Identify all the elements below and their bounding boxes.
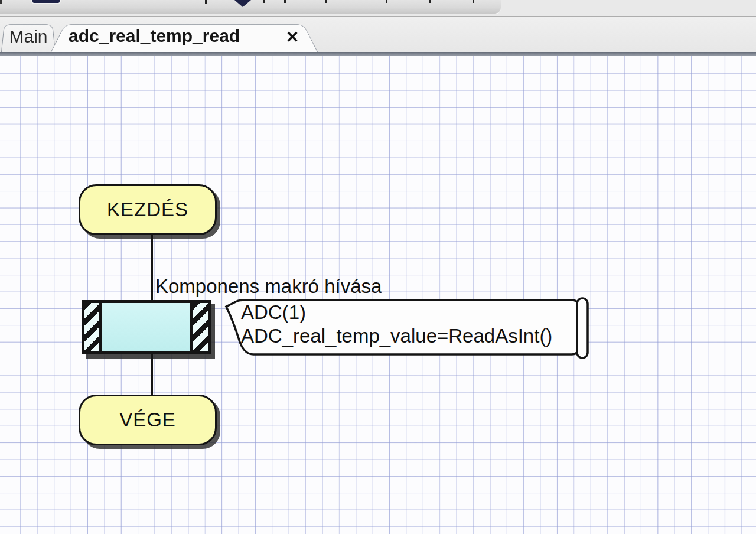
tab-adc-real-temp-read[interactable]: adc_real_temp_read ✕ xyxy=(51,21,318,52)
connector-line xyxy=(151,353,153,396)
toolbar-icon-fragment xyxy=(263,0,265,3)
end-block[interactable]: VÉGE xyxy=(79,395,217,445)
macro-hatch-right xyxy=(193,303,208,351)
document-tab-bar: Main adc_real_temp_read ✕ xyxy=(0,17,756,52)
tab-label: Main xyxy=(1,21,56,52)
flowchart-canvas[interactable]: KEZDÉS Komponens makró hívása ADC(1) ADC… xyxy=(0,56,756,534)
close-icon[interactable]: ✕ xyxy=(282,27,302,47)
toolbar-icon-fragment xyxy=(386,0,387,3)
tab-label: adc_real_temp_read xyxy=(51,21,318,51)
toolbar-icon-fragment xyxy=(284,0,286,3)
arrow-icon xyxy=(234,0,251,7)
callout-macro-expression: ADC_real_temp_value=ReadAsInt() xyxy=(241,325,552,347)
toolbar-icon-fragment xyxy=(325,0,327,3)
start-block-label: KEZDÉS xyxy=(107,198,188,221)
callout-macro-name: ADC(1) xyxy=(241,302,306,323)
toolbar-icon-fragment xyxy=(205,0,207,4)
toolbar-icon-fragment xyxy=(472,0,474,3)
macro-hatch-left xyxy=(84,303,99,351)
toolbar-icon-fragment xyxy=(0,0,2,4)
toolbar xyxy=(0,0,756,17)
toolbar-icon-fragment xyxy=(429,0,431,3)
toolbar-icon-fragment xyxy=(32,0,60,3)
component-macro-block[interactable] xyxy=(82,300,211,354)
end-block-label: VÉGE xyxy=(119,409,176,431)
callout-scroll-handle xyxy=(577,298,588,358)
start-block[interactable]: KEZDÉS xyxy=(79,184,217,235)
macro-body xyxy=(102,303,190,351)
tab-main[interactable]: Main xyxy=(1,21,56,52)
connector-line xyxy=(151,235,153,301)
